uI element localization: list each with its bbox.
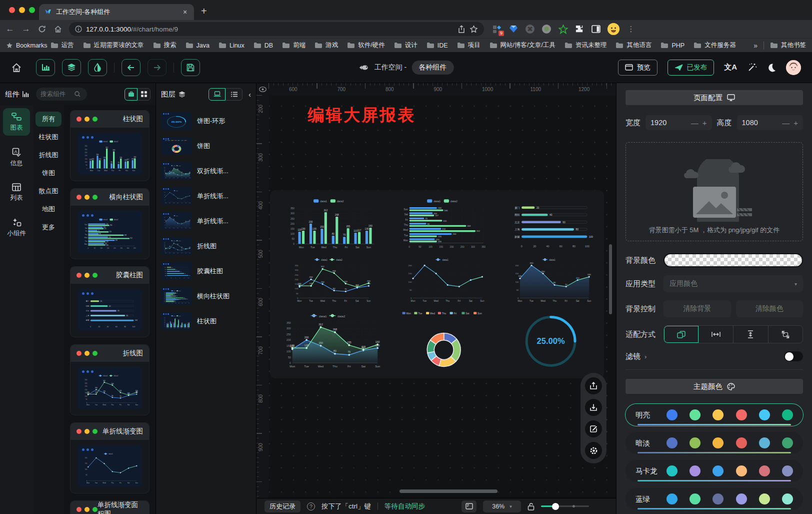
share-icon[interactable] — [458, 25, 466, 34]
component-card[interactable]: 横向柱状图data1data2050100150200250300350MonT… — [70, 188, 150, 259]
search-components-box[interactable] — [36, 88, 87, 101]
canvas-chart-donut[interactable]: MonTueWedThuFriSatSun — [390, 309, 498, 375]
background-color-swatch[interactable] — [664, 253, 803, 267]
fit-auto-button[interactable] — [664, 326, 698, 343]
minimize-window-icon[interactable] — [19, 7, 25, 13]
sidebar-item-widget[interactable]: 小组件 — [3, 214, 30, 241]
category-6[interactable]: 更多 — [36, 220, 62, 235]
canvas-chart-line-gradient[interactable]: data1050100150200MonTueWedThuFriSatSun — [390, 256, 498, 306]
fit-width-button[interactable] — [698, 326, 734, 343]
bookmark-folder[interactable]: 前端 — [282, 41, 306, 50]
redo-button[interactable] — [148, 59, 166, 76]
component-card[interactable]: 胶囊柱图厦门20南阳40北京60上海80新疆100020406080100 — [70, 266, 150, 337]
reload-icon[interactable] — [37, 25, 47, 34]
edit-button[interactable] — [585, 420, 602, 437]
browser-menu-icon[interactable]: ⋮ — [626, 25, 636, 34]
bookmark-folder[interactable]: 软件/硬件 — [347, 41, 384, 50]
category-5[interactable]: 地图 — [36, 202, 62, 217]
language-toggle-icon[interactable]: 文A — [724, 63, 737, 72]
layer-thumbnail-toggle[interactable] — [208, 88, 226, 101]
view-single-toggle[interactable] — [124, 88, 138, 101]
chart-mode-button[interactable] — [36, 59, 55, 76]
layer-item[interactable]: data1data2050100150200250300350MonTueWed… — [161, 287, 251, 305]
bookmarks-overflow-button[interactable]: » — [754, 42, 758, 50]
slider-knob[interactable] — [552, 503, 559, 510]
view-grid-toggle[interactable] — [138, 88, 150, 101]
save-button[interactable] — [181, 59, 200, 76]
user-avatar[interactable] — [786, 60, 801, 75]
url-bar[interactable]: 127.0.0.1:3000/#/chart/home/9 — [69, 22, 484, 36]
layer-item[interactable]: data1050100150200MonTueWedThuFriSatSun12… — [161, 212, 251, 230]
dark-mode-moon-icon[interactable] — [767, 63, 776, 72]
canvas-chart-bar-grouped[interactable]: data1data2050100150200250300350MonTueWed… — [279, 197, 382, 253]
bookmark-folder[interactable]: 文件服务器 — [694, 41, 736, 50]
layer-item[interactable]: MonTueWedThuFriSatSun饼图 — [161, 137, 251, 155]
page-config-header[interactable]: 页面配置 — [626, 90, 803, 105]
maximize-window-icon[interactable] — [29, 7, 35, 13]
height-value[interactable]: 1080 — [742, 119, 778, 127]
home-icon[interactable] — [53, 25, 63, 34]
layer-item[interactable]: data1data2050100150200250300350MonTueWed… — [161, 162, 251, 180]
ruler-corner[interactable] — [256, 83, 268, 95]
category-1[interactable]: 柱状图 — [36, 130, 62, 145]
canvas-vertical-scrollbar[interactable] — [609, 244, 612, 314]
close-window-icon[interactable] — [9, 7, 15, 13]
canvas-chart-capsule[interactable]: 厦门20南阳40北京60上海80新疆100020406080100 — [506, 197, 595, 253]
bookmark-folder[interactable]: Java — [186, 42, 210, 49]
drawer-toggle-button[interactable] — [462, 500, 476, 512]
canvas-horizontal-scrollbar[interactable] — [400, 489, 498, 493]
component-card[interactable]: 单折线渐变图data1050100150200MonTueWedThuFriSa… — [70, 422, 150, 493]
bookmarks-root[interactable]: Bookmarks — [6, 42, 48, 49]
bookmark-folder[interactable]: 其他语言 — [616, 41, 652, 50]
zoom-slider[interactable] — [541, 503, 589, 510]
bookmark-folder[interactable]: 资讯未整理 — [564, 41, 607, 50]
bookmark-folder[interactable]: 近期需要读的文章 — [83, 41, 144, 50]
bookmark-folder[interactable]: IDE — [426, 42, 448, 49]
layer-item[interactable]: 厦门20南阳40北京60上海80新疆100020406080100胶囊柱图 — [161, 262, 251, 280]
theme-row-1[interactable]: 暗淡 — [626, 432, 803, 454]
undo-button[interactable] — [122, 59, 140, 76]
theme-drop-button[interactable] — [88, 59, 107, 76]
export-button[interactable] — [585, 377, 602, 394]
sidebar-item-table[interactable]: 列表 — [3, 179, 30, 206]
canvas-chart-ring-progress[interactable]: 25.00% — [506, 309, 595, 375]
component-card[interactable]: 折线图data1data2050100150200250300350MonTue… — [70, 344, 150, 415]
forward-icon[interactable]: → — [21, 24, 31, 34]
bookmark-folder[interactable]: 游戏 — [314, 41, 338, 50]
sidebar-item-info[interactable]: A信息 — [3, 144, 30, 171]
theme-color-header[interactable]: 主题颜色 — [626, 379, 803, 394]
layer-item[interactable]: data1data2050100150200250300350MonTueWed… — [161, 237, 251, 255]
width-stepper[interactable]: 1920 — + — [646, 115, 712, 130]
width-minus-button[interactable]: — — [691, 119, 698, 127]
new-tab-button[interactable]: + — [201, 6, 207, 16]
canvas-chart-line-double[interactable]: data1data2050100150200250300350MonTueWed… — [279, 256, 382, 306]
background-upload-dropzone[interactable]: 背景图需小于 5M ，格式为 png/jpg/gif 的文件 — [626, 142, 803, 241]
fit-height-button[interactable] — [733, 326, 768, 343]
dashboard-preview[interactable]: data1data2050100150200250300350MonTueWed… — [270, 190, 604, 378]
bookmark-folder[interactable]: PHP — [660, 42, 684, 49]
bookmark-folder[interactable]: Linux — [218, 42, 244, 49]
filter-toggle[interactable] — [784, 351, 803, 361]
bookmark-folder[interactable]: 项目 — [457, 41, 480, 50]
history-button[interactable]: 历史记录 — [264, 500, 300, 512]
tab-group-extension-icon[interactable]: 9 — [492, 24, 502, 34]
canvas-chart-area-gradient[interactable]: data1050100150200MonTueWedThuFriSatSun12… — [506, 256, 595, 306]
category-2[interactable]: 折线图 — [36, 148, 62, 163]
clear-background-button[interactable]: 清除背景 — [664, 300, 731, 317]
magic-wand-icon[interactable] — [747, 63, 757, 73]
back-icon[interactable]: ← — [5, 24, 15, 34]
import-button[interactable] — [585, 399, 602, 416]
fit-stretch-button[interactable] — [768, 326, 803, 343]
lock-icon[interactable] — [528, 502, 534, 510]
search-input[interactable] — [40, 91, 72, 98]
dashboard-title-text[interactable]: 编辑大屏报表 — [308, 104, 416, 127]
other-bookmarks-folder[interactable]: 其他书签 — [770, 41, 806, 50]
app-home-icon[interactable] — [11, 63, 22, 73]
height-minus-button[interactable]: — — [782, 119, 790, 127]
side-panel-icon[interactable] — [591, 24, 601, 34]
canvas-viewport[interactable]: 编辑大屏报表 data1data2050100150200250300350Mo… — [268, 95, 616, 498]
collapse-layers-icon[interactable]: ‹ — [248, 90, 251, 99]
clear-color-button[interactable]: 清除颜色 — [736, 300, 804, 317]
window-controls[interactable] — [9, 7, 35, 13]
app-type-select[interactable]: 应用颜色▾ — [664, 275, 803, 292]
